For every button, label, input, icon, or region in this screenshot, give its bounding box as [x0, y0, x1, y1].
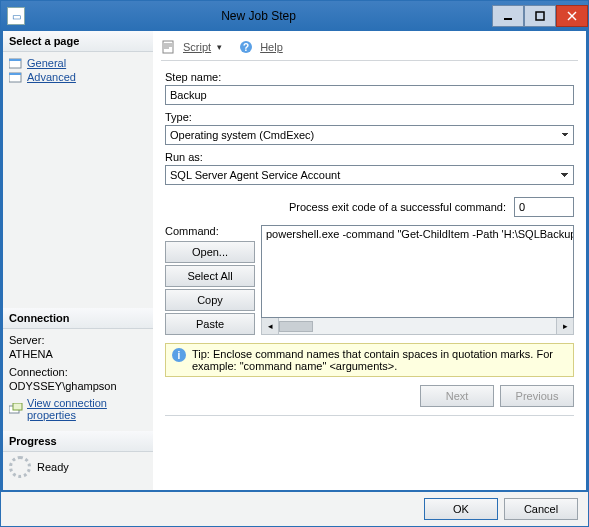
- progress-state: Ready: [37, 461, 69, 473]
- script-icon: [161, 39, 177, 55]
- type-label: Type:: [165, 111, 574, 123]
- command-label: Command:: [165, 225, 255, 237]
- connection-label: Connection:: [9, 365, 147, 379]
- page-icon: [9, 57, 23, 69]
- view-connection-label: View connection properties: [27, 397, 147, 421]
- open-button[interactable]: Open...: [165, 241, 255, 263]
- runas-label: Run as:: [165, 151, 574, 163]
- command-left: Command: Open... Select All Copy Paste: [165, 225, 255, 335]
- scroll-right-icon[interactable]: ▸: [556, 318, 573, 334]
- exit-code-input[interactable]: [514, 197, 574, 217]
- scroll-left-icon[interactable]: ◂: [262, 318, 279, 334]
- minimize-button[interactable]: [492, 5, 524, 27]
- command-hscroll[interactable]: ◂ ▸: [261, 318, 574, 335]
- chevron-down-icon[interactable]: ▾: [217, 42, 222, 52]
- paste-button[interactable]: Paste: [165, 313, 255, 335]
- page-general-label: General: [27, 57, 66, 69]
- svg-rect-9: [13, 403, 22, 410]
- tip-box: i Tip: Enclose command names that contai…: [165, 343, 574, 377]
- svg-rect-10: [163, 41, 173, 53]
- previous-button[interactable]: Previous: [500, 385, 574, 407]
- svg-rect-5: [9, 59, 21, 61]
- ok-button[interactable]: OK: [424, 498, 498, 520]
- connection-icon: [9, 403, 23, 415]
- connection-head: Connection: [3, 308, 153, 329]
- exit-code-label: Process exit code of a successful comman…: [289, 201, 506, 213]
- window-title: New Job Step: [25, 9, 492, 23]
- divider: [165, 415, 574, 416]
- exit-code-row: Process exit code of a successful comman…: [165, 197, 574, 217]
- view-connection-link[interactable]: View connection properties: [9, 397, 147, 421]
- progress-body: Ready: [3, 452, 153, 482]
- scroll-thumb[interactable]: [279, 321, 313, 332]
- step-nav: Next Previous: [165, 385, 574, 407]
- close-button[interactable]: [556, 5, 588, 27]
- form: Step name: Type: Operating system (CmdEx…: [161, 61, 578, 416]
- svg-rect-1: [536, 12, 544, 20]
- page-general[interactable]: General: [9, 56, 147, 70]
- connection-value: ODYSSEY\ghampson: [9, 379, 147, 393]
- maximize-button[interactable]: [524, 5, 556, 27]
- svg-text:?: ?: [243, 42, 249, 53]
- left-panel: Select a page General Advanced Connectio…: [3, 31, 153, 490]
- progress-ring-icon: [9, 456, 31, 478]
- command-row: Command: Open... Select All Copy Paste p…: [165, 225, 574, 335]
- select-page-head: Select a page: [3, 31, 153, 52]
- page-list: General Advanced: [3, 52, 153, 88]
- next-button[interactable]: Next: [420, 385, 494, 407]
- server-value: ATHENA: [9, 347, 147, 361]
- server-label: Server:: [9, 333, 147, 347]
- command-textarea[interactable]: powershell.exe -command "Get-ChildItem -…: [261, 225, 574, 318]
- help-button[interactable]: Help: [260, 41, 283, 53]
- info-icon: i: [172, 348, 186, 362]
- cancel-button[interactable]: Cancel: [504, 498, 578, 520]
- script-button[interactable]: Script: [183, 41, 211, 53]
- type-select[interactable]: Operating system (CmdExec): [165, 125, 574, 145]
- maximize-icon: [535, 11, 545, 21]
- page-icon: [9, 71, 23, 83]
- page-advanced-label: Advanced: [27, 71, 76, 83]
- titlebar: ▭ New Job Step: [1, 1, 588, 31]
- tip-text: Tip: Enclose command names that contain …: [192, 348, 567, 372]
- select-all-button[interactable]: Select All: [165, 265, 255, 287]
- progress-head: Progress: [3, 431, 153, 452]
- copy-button[interactable]: Copy: [165, 289, 255, 311]
- window: ▭ New Job Step Select a page: [0, 0, 589, 527]
- page-advanced[interactable]: Advanced: [9, 70, 147, 84]
- footer: OK Cancel: [1, 492, 588, 526]
- right-panel: Script ▾ ? Help Step name: Type: Operati…: [153, 31, 586, 490]
- runas-select[interactable]: SQL Server Agent Service Account: [165, 165, 574, 185]
- step-name-label: Step name:: [165, 71, 574, 83]
- step-name-input[interactable]: [165, 85, 574, 105]
- app-icon: ▭: [7, 7, 25, 25]
- close-icon: [567, 11, 577, 21]
- minimize-icon: [503, 11, 513, 21]
- svg-rect-7: [9, 73, 21, 75]
- svg-rect-0: [504, 18, 512, 20]
- command-right: powershell.exe -command "Get-ChildItem -…: [261, 225, 574, 335]
- client-area: Select a page General Advanced Connectio…: [1, 31, 588, 492]
- connection-body: Server: ATHENA Connection: ODYSSEY\ghamp…: [3, 329, 153, 425]
- toolbar: Script ▾ ? Help: [161, 35, 578, 61]
- help-icon: ?: [238, 39, 254, 55]
